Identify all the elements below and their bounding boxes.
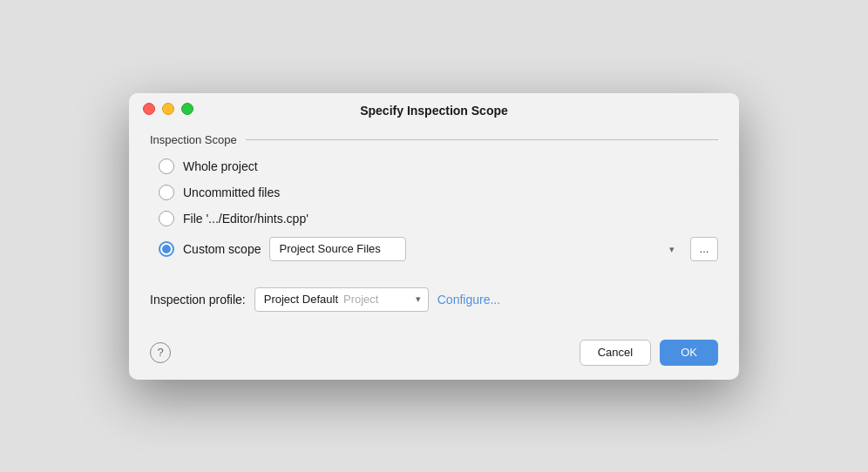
profile-dropdown-wrapper: Project Default Project ▾ bbox=[254, 287, 429, 312]
profile-dropdown[interactable]: Project Default Project ▾ bbox=[254, 287, 429, 312]
maximize-button[interactable]: + bbox=[181, 103, 193, 115]
dialog-body: Inspection Scope Whole project Uncommitt… bbox=[129, 125, 739, 329]
dialog-footer: ? Cancel OK bbox=[129, 329, 739, 380]
radio-circle-uncommitted-files bbox=[159, 185, 174, 200]
minimize-button[interactable]: − bbox=[162, 103, 174, 115]
radio-custom-scope[interactable]: Custom scope Project Source Files All Pl… bbox=[159, 237, 718, 261]
profile-dropdown-arrow-icon: ▾ bbox=[416, 293, 421, 305]
custom-scope-dropdown-wrapper: Project Source Files All Places Project … bbox=[269, 237, 682, 261]
profile-label: Inspection profile: bbox=[150, 293, 246, 307]
dialog-container: × − + Specify Inspection Scope Inspectio… bbox=[129, 93, 739, 380]
radio-label-uncommitted-files: Uncommitted files bbox=[183, 185, 280, 199]
profile-row: Inspection profile: Project Default Proj… bbox=[150, 279, 718, 312]
radio-label-whole-project: Whole project bbox=[183, 159, 258, 173]
footer-buttons: Cancel OK bbox=[580, 340, 718, 366]
section-header: Inspection Scope bbox=[150, 133, 718, 146]
profile-main-text: Project Default bbox=[264, 293, 338, 306]
radio-circle-custom-scope bbox=[159, 241, 174, 257]
profile-sub-text: Project bbox=[343, 293, 378, 306]
dialog-title: Specify Inspection Scope bbox=[360, 104, 508, 118]
radio-uncommitted-files[interactable]: Uncommitted files bbox=[159, 185, 718, 200]
radio-group: Whole project Uncommitted files File '..… bbox=[150, 158, 718, 261]
radio-label-file-hints: File '.../Editor/hints.cpp' bbox=[183, 212, 309, 226]
ok-button[interactable]: OK bbox=[660, 340, 718, 366]
configure-link[interactable]: Configure... bbox=[437, 293, 500, 307]
custom-scope-dropdown[interactable]: Project Source Files All Places Project … bbox=[269, 237, 406, 261]
cancel-button[interactable]: Cancel bbox=[580, 340, 651, 366]
radio-circle-file-hints bbox=[159, 211, 174, 226]
section-label: Inspection Scope bbox=[150, 133, 237, 146]
dropdown-arrow-icon: ▾ bbox=[669, 243, 675, 254]
ellipsis-button[interactable]: ... bbox=[690, 237, 718, 261]
section-divider bbox=[246, 139, 718, 140]
close-button[interactable]: × bbox=[143, 103, 155, 115]
radio-circle-whole-project bbox=[159, 158, 174, 174]
title-bar: × − + Specify Inspection Scope bbox=[129, 93, 739, 125]
window-controls: × − + bbox=[143, 103, 193, 115]
radio-file-hints[interactable]: File '.../Editor/hints.cpp' bbox=[159, 211, 718, 226]
radio-whole-project[interactable]: Whole project bbox=[159, 158, 718, 174]
help-button[interactable]: ? bbox=[150, 342, 171, 363]
radio-label-custom-scope: Custom scope bbox=[183, 242, 261, 256]
